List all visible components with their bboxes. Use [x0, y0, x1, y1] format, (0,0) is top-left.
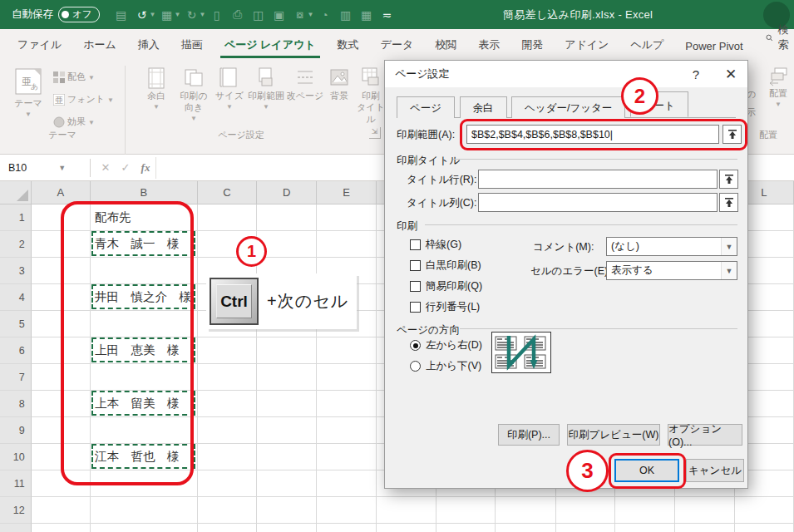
row-header-1[interactable]: 1	[0, 204, 32, 231]
cell-I13[interactable]	[556, 524, 615, 532]
row-col-headings-checkbox[interactable]: 行列番号(L)	[410, 300, 480, 314]
confirm-entry-icon[interactable]: ✓	[116, 161, 136, 174]
cell-E9[interactable]	[317, 417, 376, 444]
cell-D7[interactable]	[257, 364, 317, 391]
cell-L12[interactable]	[735, 497, 794, 524]
dropdown-caret-icon[interactable]: ▼	[175, 11, 181, 18]
background-button[interactable]: 背景	[324, 66, 354, 102]
cell-J12[interactable]	[615, 497, 675, 524]
cell-C9[interactable]	[198, 417, 257, 444]
cell-H12[interactable]	[496, 497, 555, 524]
cell-C1[interactable]	[198, 204, 257, 231]
cell-G13[interactable]	[436, 524, 496, 532]
cell-D12[interactable]	[257, 497, 317, 524]
title-rows-input[interactable]	[478, 170, 718, 189]
theme-effects-button[interactable]: 効果▼	[53, 116, 95, 128]
title-rows-collapse-button[interactable]	[719, 170, 738, 189]
comments-dropdown[interactable]: (なし) ▼	[606, 237, 737, 256]
cell-A13[interactable]	[32, 524, 91, 532]
ribbon-tab-2[interactable]: 挿入	[127, 30, 170, 61]
dropdown-caret-icon[interactable]: ▼	[150, 11, 156, 18]
cell-L13[interactable]	[735, 524, 794, 532]
name-box[interactable]: B10 ▼	[2, 157, 85, 179]
cell-E1[interactable]	[317, 204, 376, 231]
ribbon-tab-7[interactable]: 校閲	[424, 30, 467, 61]
cell-E6[interactable]	[317, 337, 376, 364]
row-header-9[interactable]: 9	[0, 417, 32, 444]
ribbon-tab-4[interactable]: ページ レイアウト	[214, 30, 327, 61]
themes-button[interactable]: 亜 あ テーマ ▼	[7, 66, 50, 119]
page-icon[interactable]: ▯	[207, 8, 227, 22]
black-white-checkbox[interactable]: 白黒印刷(B)	[410, 259, 481, 273]
tab-header-footer[interactable]: ヘッダー/フッター	[511, 96, 625, 118]
cell-D10[interactable]	[257, 444, 317, 470]
title-cols-input[interactable]	[478, 193, 718, 212]
order-left-right-radio[interactable]: 左から右(D)	[410, 338, 482, 352]
row-header-10[interactable]: 10	[0, 444, 32, 470]
cell-K13[interactable]	[675, 524, 734, 532]
print-button[interactable]: 印刷(P)...	[498, 424, 560, 446]
cell-C7[interactable]	[198, 364, 257, 391]
row-header-3[interactable]: 3	[0, 258, 32, 284]
dropdown-caret-icon[interactable]: ▼	[200, 11, 206, 18]
pagesetup-dialog-launcher-icon[interactable]: ⇲	[369, 127, 381, 139]
draft-quality-checkbox[interactable]: 簡易印刷(Q)	[410, 279, 482, 293]
cell-C11[interactable]	[198, 470, 257, 497]
row-header-13[interactable]	[0, 524, 32, 532]
title-cols-collapse-button[interactable]	[719, 193, 738, 212]
window-icon[interactable]: ▥	[336, 8, 356, 22]
cell-E7[interactable]	[317, 364, 376, 391]
insert-function-icon[interactable]: fx	[136, 161, 155, 175]
cell-B13[interactable]	[91, 524, 198, 532]
dialog-close-icon[interactable]: ✕	[716, 61, 746, 87]
ribbon-tab-9[interactable]: 開発	[510, 30, 554, 61]
breaks-button[interactable]: 改ページ	[286, 66, 324, 102]
ribbon-tab-6[interactable]: データ	[370, 30, 425, 61]
camera-icon[interactable]: ▣	[269, 8, 289, 22]
print-area-input[interactable]: $B$2,$B$4,$B$6,$B$8,$B$10|	[466, 125, 719, 144]
dropdown-caret-icon[interactable]: ▼	[308, 11, 314, 18]
cell-G12[interactable]	[436, 497, 496, 524]
cell-F12[interactable]	[377, 497, 436, 524]
cell-D9[interactable]	[257, 417, 317, 444]
options-button[interactable]: オプション(O)...	[668, 424, 742, 446]
autosave-pill[interactable]: オフ	[58, 7, 100, 22]
print-area-button[interactable]: 印刷範囲▼	[246, 66, 286, 111]
print-preview-button[interactable]: 印刷プレビュー(W)	[567, 424, 660, 446]
row-header-11[interactable]: 11	[0, 470, 32, 497]
cell-C13[interactable]	[198, 524, 257, 532]
theme-colors-button[interactable]: 配色▼	[53, 71, 95, 83]
gridlines-checkbox[interactable]: 枠線(G)	[410, 238, 461, 252]
select-all-button[interactable]	[0, 181, 32, 204]
ribbon-tab-1[interactable]: ホーム	[72, 30, 127, 61]
ribbon-tab-8[interactable]: 表示	[467, 30, 510, 61]
cell-E11[interactable]	[317, 470, 376, 497]
cell-I12[interactable]	[556, 497, 615, 524]
cell-D8[interactable]	[257, 391, 317, 417]
print-area-collapse-button[interactable]	[722, 125, 742, 144]
palette-icon[interactable]: ◔	[315, 8, 335, 22]
cell-F13[interactable]	[377, 524, 436, 532]
cell-C12[interactable]	[198, 497, 257, 524]
cell-C6[interactable]	[198, 337, 257, 364]
cell-D1[interactable]	[257, 204, 317, 231]
cell-errors-dropdown[interactable]: 表示する ▼	[606, 261, 737, 280]
column-header-E[interactable]: E	[317, 181, 376, 204]
row-header-8[interactable]: 8	[0, 391, 32, 417]
cell-A12[interactable]	[32, 497, 91, 524]
customize-qat-icon[interactable]: ≂	[377, 8, 397, 22]
ribbon-tab-3[interactable]: 描画	[170, 30, 214, 61]
cell-E12[interactable]	[317, 497, 376, 524]
tab-page[interactable]: ページ	[397, 96, 455, 118]
cell-D13[interactable]	[257, 524, 317, 532]
cell-D11[interactable]	[257, 470, 317, 497]
ribbon-tab-10[interactable]: アドイン	[554, 30, 619, 61]
order-top-down-radio[interactable]: 上から下(V)	[410, 359, 481, 373]
cell-K12[interactable]	[675, 497, 734, 524]
autosave-toggle[interactable]: 自動保存 オフ	[12, 7, 100, 22]
copy-icon[interactable]: ◫	[249, 8, 269, 22]
table-icon[interactable]: ▦	[357, 8, 377, 22]
row-header-12[interactable]: 12	[0, 497, 32, 524]
orientation-button[interactable]: 印刷の 向き▼	[175, 66, 213, 123]
row-header-7[interactable]: 7	[0, 364, 32, 391]
